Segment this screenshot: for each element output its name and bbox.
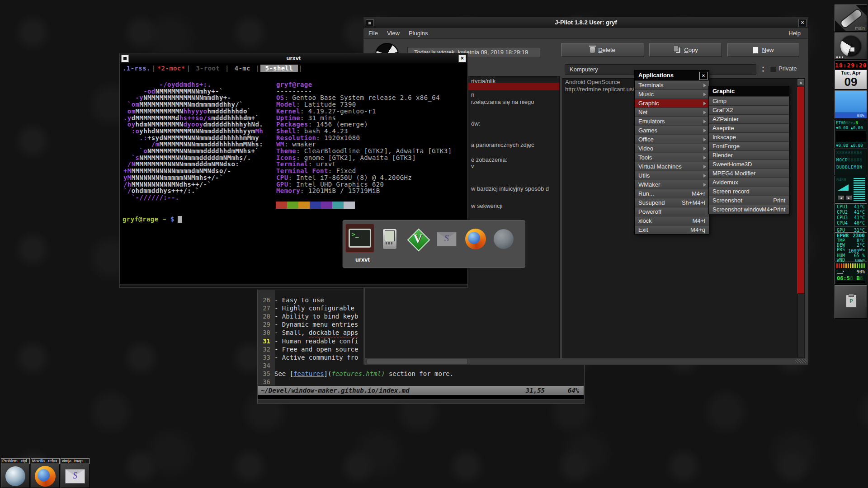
- detail-scrollbar[interactable]: ▲: [797, 79, 804, 357]
- terminal-tab-5-shell[interactable]: 5-shell: [260, 65, 298, 72]
- terminal-tab-2-moc[interactable]: *2-moc*: [156, 65, 186, 72]
- dock-jpilot-appicon[interactable]: P: [835, 285, 867, 319]
- menubar-item-view[interactable]: View: [382, 28, 404, 38]
- menu-item-video[interactable]: Video: [635, 144, 709, 153]
- record-row[interactable]: v: [471, 163, 474, 170]
- mail-icon[interactable]: S: [434, 226, 459, 252]
- menu-item-games[interactable]: Games: [635, 126, 709, 135]
- record-row[interactable]: w bardziej intuicyjny sposób d: [471, 185, 549, 192]
- menu-item-music[interactable]: Music: [635, 89, 709, 99]
- shell-prompt[interactable]: gryf@rage ~ $: [123, 216, 182, 223]
- terminal-tab-4-mc[interactable]: 4-mc: [230, 65, 255, 72]
- menu-item-tools[interactable]: Tools: [635, 153, 709, 162]
- dock-meter-tile[interactable]: 04%: [835, 90, 867, 119]
- scrollbar-thumb[interactable]: [797, 87, 804, 294]
- close-icon[interactable]: ×: [798, 19, 807, 27]
- record-row[interactable]: e zobaczenia:: [471, 156, 507, 164]
- record-row[interactable]: w sekwencji: [471, 202, 502, 210]
- menu-item-xlock[interactable]: xlockM4+l: [635, 216, 709, 225]
- miniaturize-icon[interactable]: [366, 19, 374, 26]
- urxvt-icon[interactable]: >_: [345, 224, 374, 253]
- vim-icon[interactable]: V: [405, 226, 430, 252]
- miniwindow-problem-ctyl[interactable]: Problem...ctyl: [1, 458, 30, 488]
- menu-item-exit[interactable]: ExitM4+q: [635, 225, 709, 234]
- scroll-up-icon[interactable]: ▲: [797, 79, 804, 86]
- close-icon[interactable]: ×: [458, 55, 466, 62]
- menu-item-sweethome3d[interactable]: SweetHome3D: [709, 160, 789, 169]
- terminal-tab-3-root[interactable]: 3-root: [191, 65, 225, 72]
- jpilot-menubar[interactable]: FileViewPluginsHelp: [364, 28, 808, 39]
- menu-item-gimp[interactable]: Gimp: [709, 96, 789, 105]
- terminal-tab-1-rss[interactable]: .1-rss.: [122, 65, 151, 72]
- menu-item-screenshot[interactable]: ScreenshotPrint: [709, 196, 789, 205]
- miniwindow-vimja-imap[interactable]: vimja_imap...S: [61, 458, 90, 488]
- menu-item-poweroff[interactable]: Poweroff: [635, 207, 709, 216]
- menu-title[interactable]: Graphic: [709, 86, 789, 96]
- resize-grip[interactable]: [795, 359, 807, 363]
- delete-button[interactable]: Delete: [561, 43, 644, 57]
- dock-main-tile[interactable]: main: [835, 5, 867, 32]
- close-icon[interactable]: ×: [699, 72, 708, 80]
- volume-up-button[interactable]: ►: [845, 195, 852, 201]
- menu-item-mpeg4-modifier[interactable]: MPEG4 Modifier: [709, 169, 789, 178]
- menu-item-aseprite[interactable]: Aseprite: [709, 123, 789, 132]
- window-switcher-panel[interactable]: urxvt >_VS: [342, 220, 526, 268]
- dock-volume-tile[interactable]: 8488 ◄ ►: [835, 176, 867, 203]
- private-checkbox[interactable]: [770, 66, 776, 72]
- menu-item-virtual-machines[interactable]: Virtual Machines: [635, 162, 709, 171]
- menu-item-terminals[interactable]: Terminals: [635, 80, 709, 89]
- graphic-submenu[interactable]: GraphicGimpGraFX2AZPainterAsepriteInksca…: [708, 86, 789, 214]
- urxvt-resizebar[interactable]: [120, 284, 467, 287]
- menu-item-inkscape[interactable]: Inkscape: [709, 132, 789, 141]
- dock-battery-tile[interactable]: 90% 06:58 B8: [835, 262, 867, 285]
- menu-item-screenshot-window[interactable]: Screenshot windowM4+Print: [709, 205, 789, 214]
- firefox-dim-icon[interactable]: [491, 226, 516, 252]
- jpilot-titlebar[interactable]: J-Pilot 1.8.2 User: gryf ×: [363, 17, 808, 28]
- miniaturize-icon[interactable]: [121, 55, 129, 62]
- menu-item-utils[interactable]: Utils: [635, 171, 709, 180]
- miniwindow-mozilla-refox[interactable]: Mozilla...refox: [31, 458, 60, 488]
- record-row[interactable]: n: [471, 91, 474, 99]
- record-row[interactable]: a panoramicznych zdjęć: [471, 141, 534, 149]
- urxvt-titlebar[interactable]: urxvt ×: [120, 53, 467, 64]
- menu-item-azpainter[interactable]: AZPainter: [709, 114, 789, 123]
- menu-item-susupend[interactable]: SusupendSh+M4+l: [635, 198, 709, 207]
- dock-mocp-tile[interactable]: X88888888 MOCP88888 BUBBLEMON: [835, 149, 867, 175]
- copy-button[interactable]: Copy: [649, 43, 722, 57]
- menubar-item-help[interactable]: Help: [784, 28, 805, 38]
- dock-network-monitor-tile[interactable]: ETH088▼▲B ▼0.00 ▲0.00 ▼0.00 ▲0.00: [835, 120, 867, 148]
- lcd-row: X88888888: [835, 149, 867, 156]
- menubar-item-file[interactable]: File: [364, 28, 382, 38]
- menu-item-office[interactable]: Office: [635, 135, 709, 144]
- terminal-tabbar[interactable]: .1-rss.|*2-moc*| 3-root | 4-mc | 5-shell…: [122, 65, 303, 72]
- menu-item-run[interactable]: Run...M4+r: [635, 189, 709, 198]
- menu-item-graphic[interactable]: Graphic: [635, 99, 709, 108]
- volume-down-button[interactable]: ◄: [838, 195, 844, 201]
- dock-clock-tile[interactable]: 18:29:20 Tue, Apr 09: [835, 61, 867, 89]
- applications-menu[interactable]: Applications×TerminalsMusicGraphicNetEmu…: [634, 70, 709, 235]
- menu-item-blender[interactable]: Blender: [709, 150, 789, 160]
- menu-item-grafx2[interactable]: GraFX2: [709, 105, 789, 114]
- menu-item-avidemux[interactable]: Avidemux: [709, 178, 789, 187]
- wmaker-dock[interactable]: main 18:29:20 Tue, Apr 09 04% ETH088▼▲B …: [835, 0, 867, 488]
- record-row[interactable]: rzełączania się na niego: [471, 99, 534, 106]
- vim-resizebar[interactable]: [258, 399, 584, 404]
- horizontal-scrollbar-thumb[interactable]: [367, 359, 468, 364]
- menubar-item-plugins[interactable]: Plugins: [404, 28, 433, 38]
- menu-item-wmaker[interactable]: WMaker: [635, 180, 709, 189]
- menu-item-screen-record[interactable]: Screen record: [709, 187, 789, 196]
- dock-weather-tile[interactable]: EPWR2300TMP8°CDEW2°CPRS1009hPaHUM65 %WND…: [835, 232, 867, 261]
- menu-title[interactable]: Applications×: [635, 70, 709, 80]
- firefox-icon[interactable]: [463, 226, 488, 252]
- menu-item-fontforge[interactable]: FontForge: [709, 141, 789, 150]
- features-link[interactable]: features: [293, 370, 324, 377]
- menu-item-net[interactable]: Net: [635, 108, 709, 117]
- volume-slider-icon[interactable]: [838, 184, 849, 191]
- record-row[interactable]: ów:: [471, 120, 480, 127]
- menu-item-emulators[interactable]: Emulators: [635, 117, 709, 126]
- new-button[interactable]: New: [727, 43, 799, 57]
- dock-temperature-tile[interactable]: CPU141°CCPU241°CCPU341°CCPU440°CGPU31°C: [835, 203, 867, 232]
- dock-appicon-tile[interactable]: [835, 33, 867, 60]
- palm-pda-icon[interactable]: [377, 226, 402, 252]
- category-spinner-icon[interactable]: ▲▼: [760, 65, 766, 74]
